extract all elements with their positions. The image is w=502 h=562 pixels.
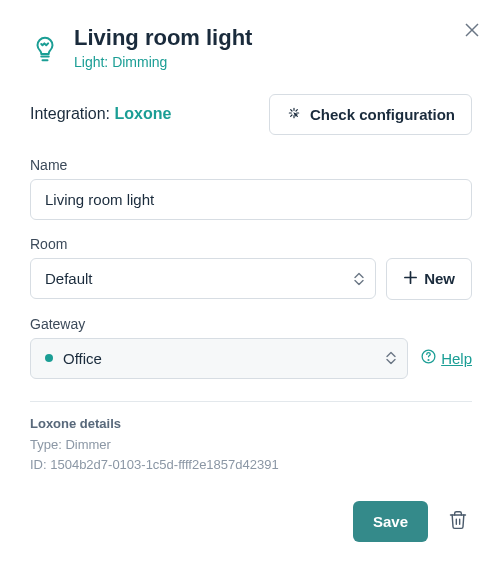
check-configuration-label: Check configuration [310, 106, 455, 123]
dialog-header: Living room light Light: Dimming [30, 24, 472, 70]
gateway-label: Gateway [30, 316, 472, 332]
details-title: Loxone details [30, 416, 472, 431]
integration-brand: Loxone [115, 105, 172, 122]
help-circle-icon [420, 348, 437, 368]
help-link[interactable]: Help [420, 348, 472, 368]
status-dot-icon [45, 354, 53, 362]
close-button[interactable] [464, 22, 480, 42]
save-button[interactable]: Save [353, 501, 428, 542]
trash-icon [448, 518, 468, 533]
dialog-title: Living room light [74, 24, 252, 52]
room-label: Room [30, 236, 472, 252]
details-section: Loxone details Type: Dimmer ID: 1504b2d7… [30, 416, 472, 475]
details-type: Type: Dimmer [30, 435, 472, 455]
integration-prefix: Integration: [30, 105, 115, 122]
details-id: ID: 1504b2d7-0103-1c5d-ffff2e1857d42391 [30, 455, 472, 475]
new-room-label: New [424, 270, 455, 287]
name-label: Name [30, 157, 472, 173]
help-label: Help [441, 350, 472, 367]
svg-point-5 [428, 360, 429, 361]
divider [30, 401, 472, 402]
dialog-subtitle: Light: Dimming [74, 54, 252, 70]
integration-label: Integration: Loxone [30, 105, 171, 123]
sparkle-cursor-icon [286, 105, 302, 124]
gateway-select[interactable]: Office [30, 338, 408, 379]
delete-button[interactable] [444, 506, 472, 537]
plus-icon [403, 270, 418, 288]
lightbulb-icon [30, 34, 60, 64]
new-room-button[interactable]: New [386, 258, 472, 300]
room-select[interactable]: Default [30, 258, 376, 299]
room-selected-value: Default [45, 270, 93, 287]
gateway-selected-value: Office [63, 350, 102, 367]
name-input[interactable] [30, 179, 472, 220]
check-configuration-button[interactable]: Check configuration [269, 94, 472, 135]
